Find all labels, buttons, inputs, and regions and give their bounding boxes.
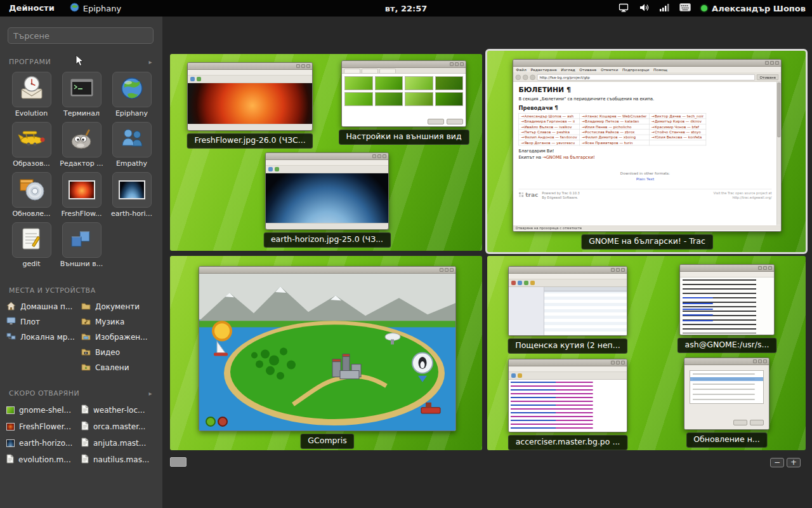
- clock[interactable]: вт, 22:57: [385, 4, 428, 13]
- window-titlebar: [188, 63, 312, 70]
- keyboard-layout-icon[interactable]: [679, 3, 691, 13]
- network-signal-icon[interactable]: [659, 3, 669, 15]
- place-label: Локална мр...: [20, 333, 75, 342]
- window-appearance[interactable]: Настройки на външния вид: [341, 60, 466, 127]
- recent-item[interactable]: anjuta.mast...: [81, 435, 156, 451]
- place-documents[interactable]: Документи: [81, 299, 156, 314]
- programs-expand-arrow-icon[interactable]: ▸: [148, 58, 152, 65]
- window-title-label: Обновление н...: [686, 432, 767, 448]
- recent-expand-arrow-icon[interactable]: ▸: [148, 390, 152, 397]
- place-label: Видео: [95, 348, 120, 357]
- software-update-icon: [18, 176, 46, 204]
- window-freshflower[interactable]: FreshFlower.jpg-26.0 (ЧЗС...: [187, 62, 313, 131]
- app-label: Обновле...: [6, 210, 56, 218]
- app-terminal[interactable]: Терминал: [56, 72, 107, 117]
- recent-label: FreshFlower...: [19, 422, 71, 431]
- workspace-2[interactable]: ФайлРедактиране ИзгледОтиване ОтметкиПод…: [487, 51, 806, 252]
- place-pictures[interactable]: Изображен...: [81, 330, 156, 345]
- activities-button[interactable]: Дейности: [0, 0, 63, 17]
- recent-item[interactable]: earth-horizo...: [6, 435, 81, 451]
- place-network[interactable]: Локална мр...: [6, 330, 81, 345]
- update-package-list: [690, 370, 764, 404]
- window-titlebar: [509, 359, 627, 366]
- browser-toolbar: http://fsa-bg.org/project/gtp Отиване: [513, 73, 781, 82]
- screenshot-thumb-icon: [6, 406, 15, 414]
- window-trac-browser[interactable]: ФайлРедактиране ИзгледОтиване ОтметкиПод…: [513, 59, 782, 232]
- forward-icon: [523, 74, 528, 79]
- places-section-header: МЕСТА И УСТРОЙСТВА: [0, 285, 162, 295]
- programs-section-label: ПРОГРАМИ: [9, 58, 51, 66]
- place-desktop[interactable]: Плот: [6, 314, 81, 330]
- trac-page: БЮЛЕТИНИ ¶ В секция „Бюлетини“ са период…: [513, 82, 781, 225]
- display-icon[interactable]: [619, 3, 629, 15]
- recent-label: nautilus.mas...: [93, 455, 149, 464]
- recent-item[interactable]: FreshFlower...: [6, 418, 81, 435]
- mail-folder-pane: [509, 287, 544, 335]
- workspace-pager[interactable]: [170, 457, 187, 467]
- window-title-label: FreshFlower.jpg-26.0 (ЧЗС...: [187, 133, 313, 149]
- window-titlebar: [684, 358, 769, 365]
- volume-icon[interactable]: [639, 3, 649, 15]
- recent-item[interactable]: evolution.m...: [6, 451, 81, 468]
- add-workspace-button[interactable]: +: [787, 458, 801, 467]
- menubar: [509, 274, 627, 279]
- place-home[interactable]: Домашна п...: [6, 299, 81, 314]
- app-label: Терминал: [56, 109, 107, 117]
- menubar: [680, 272, 774, 277]
- recent-item[interactable]: gnome-shel...: [6, 402, 81, 418]
- recent-item[interactable]: orca.master...: [81, 418, 156, 435]
- top-bar: Дейности Epiphany вт, 22:57 Александър Ш…: [0, 0, 812, 17]
- app-epiphany[interactable]: Epiphany: [107, 72, 157, 117]
- app-gedit[interactable]: gedit: [6, 222, 56, 268]
- gcompris-scene: [199, 274, 455, 431]
- window-mail[interactable]: Пощенска кутия (2 неп...: [508, 266, 627, 336]
- window-gedit[interactable]: accerciser.master.bg.po ...: [508, 359, 627, 432]
- app-gcompris[interactable]: Образов...: [6, 122, 56, 168]
- window-earth[interactable]: earth-horizon.jpg-25.0 (ЧЗ...: [265, 152, 389, 230]
- footer-powered: Powered by Trac 0.10.3: [542, 191, 579, 195]
- place-label: Домашна п...: [20, 302, 72, 311]
- app-earth-file[interactable]: earth-hori...: [107, 172, 157, 218]
- recent-section-header: СКОРО ОТВАРЯНИ ▸: [0, 388, 162, 398]
- places-list: Домашна п... Плот Локална мр... Документ…: [0, 295, 162, 375]
- remove-workspace-button[interactable]: −: [770, 458, 784, 467]
- app-external-volumes[interactable]: Външни в...: [56, 222, 107, 268]
- window-title-label: earth-horizon.jpg-25.0 (ЧЗ...: [263, 232, 391, 248]
- place-videos[interactable]: Видео: [81, 345, 156, 360]
- place-music[interactable]: Музика: [81, 314, 156, 330]
- music-folder-icon: [81, 318, 91, 327]
- earth-photo: [266, 173, 388, 223]
- place-label: Свалени: [95, 363, 129, 372]
- pictures-folder-icon: [81, 333, 91, 342]
- user-menu[interactable]: Александър Шопов: [701, 4, 806, 13]
- app-empathy[interactable]: Empathy: [107, 122, 157, 168]
- app-software-update[interactable]: Обновле...: [6, 172, 56, 218]
- window-gcompris[interactable]: GCompris: [199, 266, 456, 431]
- app-menu[interactable]: Epiphany: [63, 0, 128, 17]
- app-label: Empathy: [107, 159, 157, 168]
- workspace-3[interactable]: GCompris: [170, 256, 482, 450]
- videos-folder-icon: [81, 348, 91, 358]
- window-terminal[interactable]: ash@GNOME:/usr/s...: [679, 264, 775, 335]
- flower-thumb-icon: [6, 423, 15, 431]
- team-link: →GNOME на български!: [542, 155, 594, 160]
- app-gimp[interactable]: Редактор ...: [56, 122, 107, 168]
- search-input[interactable]: [8, 27, 154, 44]
- recent-list: gnome-shel... FreshFlower... earth-horiz…: [0, 398, 162, 468]
- gedit-notepad-icon: [20, 226, 44, 254]
- window-update[interactable]: Обновление н...: [684, 358, 769, 430]
- app-evolution[interactable]: Evolution: [6, 72, 56, 117]
- app-freshflower-file[interactable]: FreshFlow...: [56, 172, 107, 218]
- recent-item[interactable]: nautilus.mas...: [81, 451, 156, 468]
- window-title-label: GCompris: [300, 434, 354, 449]
- place-downloads[interactable]: Свалени: [81, 360, 156, 375]
- app-label: FreshFlow...: [56, 210, 107, 218]
- recent-item[interactable]: weather-loc...: [81, 402, 156, 418]
- window-title-label: ash@GNOME:/usr/s...: [678, 338, 777, 353]
- recent-section-label: СКОРО ОТВАРЯНИ: [9, 389, 79, 398]
- workspace-4[interactable]: Пощенска кутия (2 неп... ash@GNOME:/usr/…: [487, 256, 806, 450]
- recent-label: gnome-shel...: [19, 406, 71, 415]
- workspace-1[interactable]: FreshFlower.jpg-26.0 (ЧЗС... Настройки н…: [170, 54, 482, 251]
- document-icon: [6, 454, 14, 465]
- gcompris-plane-icon: [17, 126, 46, 153]
